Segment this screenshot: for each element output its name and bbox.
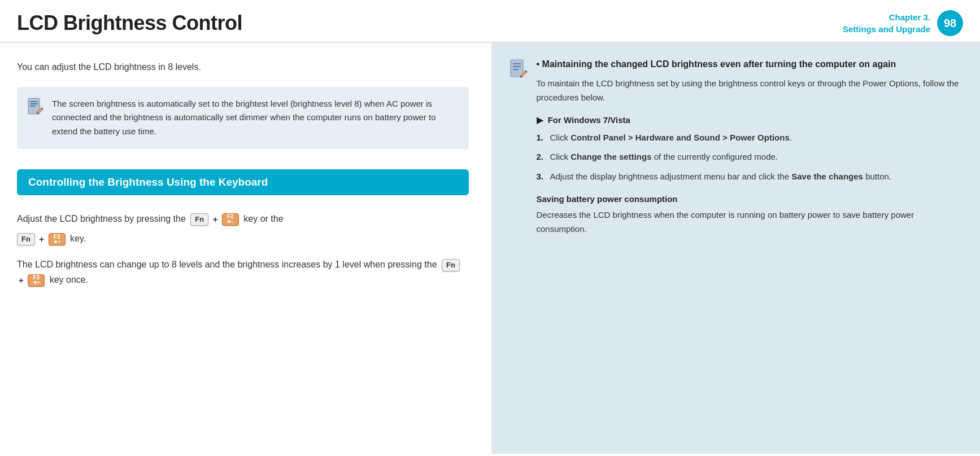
- chapter-label: Chapter 3. Settings and Upgrade: [843, 11, 930, 35]
- svg-rect-7: [513, 69, 519, 70]
- right-note-box: • Maintaining the changed LCD brightness…: [508, 58, 960, 236]
- right-column: • Maintaining the changed LCD brightness…: [491, 43, 981, 454]
- section-bar-title: Controlling the Brightness Using the Key…: [28, 176, 268, 188]
- main-content: You can adjust the LCD brightness in 8 l…: [0, 43, 980, 454]
- plus-2: +: [39, 234, 44, 244]
- note-box: The screen brightness is automatically s…: [17, 87, 469, 149]
- note-text: The screen brightness is automatically s…: [52, 97, 458, 139]
- page-title: LCD Brightness Control: [17, 11, 242, 35]
- svg-rect-6: [513, 66, 521, 67]
- step-2: 2. Click Change the settings of the curr…: [537, 150, 960, 164]
- windows-heading: ▶ For Windows 7/Vista: [537, 115, 960, 125]
- body-text-2: The LCD brightness can change up to 8 le…: [17, 257, 469, 288]
- page-badge: 98: [937, 10, 963, 36]
- saving-title: Saving battery power consumption: [537, 194, 960, 204]
- body-text-1: Adjust the LCD brightness by pressing th…: [17, 211, 469, 227]
- saving-body: Decreases the LCD brightness when the co…: [537, 208, 960, 236]
- fn-key-1: Fn: [190, 213, 208, 226]
- steps-list: 1. Click Control Panel > Hardware and So…: [537, 131, 960, 184]
- plus-1: +: [213, 214, 218, 224]
- svg-rect-1: [30, 101, 38, 102]
- svg-rect-4: [511, 60, 523, 77]
- right-note-title: • Maintaining the changed LCD brightness…: [537, 58, 960, 71]
- right-note-content: • Maintaining the changed LCD brightness…: [537, 58, 960, 236]
- svg-rect-2: [30, 103, 38, 104]
- f3-key-1: F3 ☀+: [49, 233, 66, 245]
- f2-key: F2 ☀–: [222, 213, 239, 226]
- f3-key-2: F3 ☀+: [28, 274, 45, 287]
- right-note-body: To maintain the LCD brightness set by us…: [537, 77, 960, 105]
- left-column: You can adjust the LCD brightness in 8 l…: [0, 43, 491, 454]
- right-note-icon: [508, 59, 529, 81]
- body-text-1b: Fn + F3 ☀+ key.: [17, 231, 469, 247]
- step-1: 1. Click Control Panel > Hardware and So…: [537, 131, 960, 145]
- note-icon: [26, 97, 44, 117]
- section-bar: Controlling the Brightness Using the Key…: [17, 169, 469, 195]
- step-3: 3. Adjust the display brightness adjustm…: [537, 170, 960, 184]
- page-header: LCD Brightness Control Chapter 3. Settin…: [0, 0, 980, 43]
- intro-text: You can adjust the LCD brightness in 8 l…: [17, 60, 469, 74]
- fn-key-3: Fn: [442, 259, 460, 271]
- plus-3: +: [19, 275, 24, 285]
- svg-rect-5: [513, 63, 521, 64]
- header-right: Chapter 3. Settings and Upgrade 98: [843, 10, 963, 36]
- svg-rect-3: [30, 106, 36, 107]
- fn-key-2: Fn: [17, 233, 35, 245]
